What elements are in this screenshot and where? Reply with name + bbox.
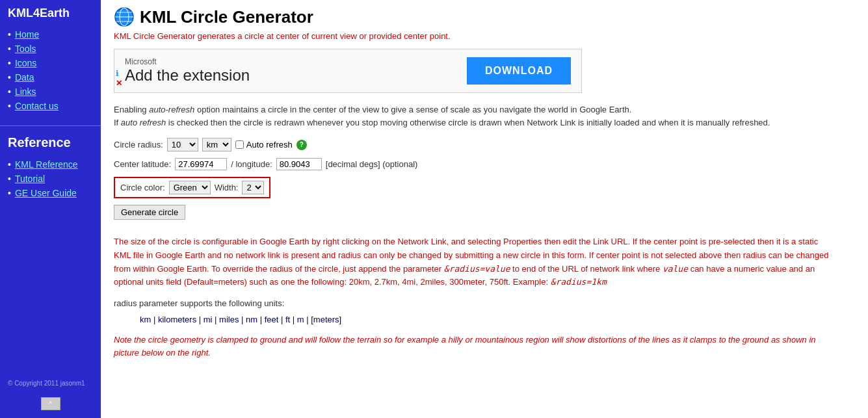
note-text: Note the circle geometry is clamped to g… xyxy=(114,333,829,359)
sidebar-link-links[interactable]: Links xyxy=(15,86,36,97)
ad-close-icon[interactable]: ✕ xyxy=(116,79,122,88)
sidebar-divider xyxy=(0,125,101,126)
color-row: Circle color: Green Red Blue Yellow Whit… xyxy=(114,177,855,198)
color-select[interactable]: Green Red Blue Yellow White xyxy=(169,181,211,194)
reference-nav: KML Reference Tutorial GE User Guide xyxy=(0,154,101,207)
decimal-note: [decimal degs] (optional) xyxy=(326,159,418,169)
ad-banner: ℹ ✕ Microsoft Add the extension DOWNLOAD xyxy=(114,49,582,93)
sidebar-item-home[interactable]: Home xyxy=(8,29,93,40)
latitude-input[interactable] xyxy=(175,158,227,170)
globe-icon xyxy=(114,7,135,27)
color-label: Circle color: xyxy=(120,183,165,192)
sidebar-link-kml-ref[interactable]: KML Reference xyxy=(15,159,78,170)
longitude-input[interactable] xyxy=(276,158,322,170)
radius-row: Circle radius: 5 10 20 50 100 km mi nm f… xyxy=(114,138,855,151)
ad-download-button[interactable]: DOWNLOAD xyxy=(467,57,571,85)
ad-brand: Microsoft xyxy=(125,57,250,66)
sidebar-item-tutorial[interactable]: Tutorial xyxy=(8,174,93,184)
sidebar-link-tools[interactable]: Tools xyxy=(15,44,36,54)
sidebar-item-tools[interactable]: Tools xyxy=(8,44,93,54)
page-title-container: KML Circle Generator xyxy=(114,7,855,27)
copyright-text: © Copyright 2011 jasonm1 xyxy=(0,377,101,389)
auto-refresh-label: Auto refresh xyxy=(235,140,293,150)
width-label: Width: xyxy=(215,183,239,192)
sidebar-item-links[interactable]: Links xyxy=(8,86,93,97)
sidebar: KML4Earth Home Tools Icons Data Links Co… xyxy=(0,0,101,418)
generate-button[interactable]: Generate circle xyxy=(114,205,185,220)
ad-info-icon[interactable]: ℹ xyxy=(116,69,119,78)
generate-row: Generate circle xyxy=(114,205,855,229)
lon-label: / longitude: xyxy=(231,159,272,169)
unit-select[interactable]: km mi nm ft m xyxy=(202,138,231,151)
sidebar-link-data[interactable]: Data xyxy=(15,72,34,83)
sidebar-title: KML4Earth xyxy=(0,0,101,24)
sidebar-link-contact[interactable]: Contact us xyxy=(15,101,59,111)
sidebar-item-data[interactable]: Data xyxy=(8,72,93,83)
sidebar-link-home[interactable]: Home xyxy=(15,29,39,40)
reference-section-title: Reference xyxy=(0,131,101,154)
main-content: KML Circle Generator KML Circle Generato… xyxy=(101,0,868,418)
ad-banner-left: Microsoft Add the extension xyxy=(125,57,250,85)
sidebar-item-kml-ref[interactable]: KML Reference xyxy=(8,159,93,170)
sidebar-link-tutorial[interactable]: Tutorial xyxy=(15,174,45,184)
ad-headline: Add the extension xyxy=(125,66,250,85)
scroll-up-button[interactable]: ^ xyxy=(41,397,60,410)
subtitle-text: KML Circle Generator generates a circle … xyxy=(114,31,855,41)
info-text: The size of the circle is configurable i… xyxy=(114,235,829,289)
lat-label: Center latitude: xyxy=(114,159,171,169)
page-title-text: KML Circle Generator xyxy=(140,7,313,27)
sidebar-nav: Home Tools Icons Data Links Contact us xyxy=(0,24,101,120)
width-select[interactable]: 1 2 3 4 5 xyxy=(242,181,264,194)
radius-select[interactable]: 5 10 20 50 100 xyxy=(167,138,198,151)
latlon-row: Center latitude: / longitude: [decimal d… xyxy=(114,158,855,170)
help-icon[interactable]: ? xyxy=(296,140,307,150)
sidebar-item-icons[interactable]: Icons xyxy=(8,58,93,68)
units-intro: radius parameter supports the following … xyxy=(114,298,855,308)
color-width-box: Circle color: Green Red Blue Yellow Whit… xyxy=(114,177,270,198)
auto-refresh-checkbox[interactable] xyxy=(235,140,244,149)
units-list: km | kilometers | mi | miles | nm | feet… xyxy=(140,315,855,324)
radius-label: Circle radius: xyxy=(114,140,163,150)
sidebar-item-ge-guide[interactable]: GE User Guide xyxy=(8,188,93,198)
sidebar-link-ge-guide[interactable]: GE User Guide xyxy=(15,188,77,198)
sidebar-link-icons[interactable]: Icons xyxy=(15,58,36,68)
sidebar-item-contact[interactable]: Contact us xyxy=(8,101,93,111)
form-section: Circle radius: 5 10 20 50 100 km mi nm f… xyxy=(114,138,855,229)
description-text: Enabling auto-refresh option maintains a… xyxy=(114,103,829,129)
